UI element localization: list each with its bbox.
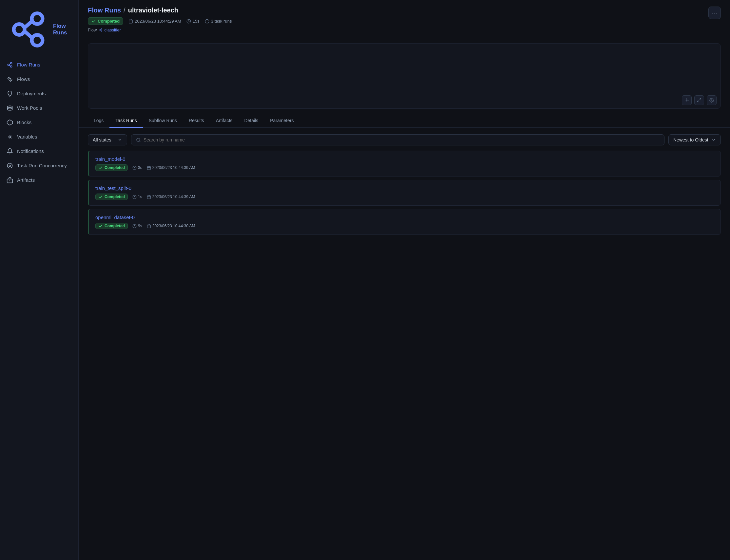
task-run-duration-0: 3s [132,165,142,170]
task-runs-meta: 3 task runs [205,19,232,24]
duration-meta: 15s [186,19,199,24]
svg-text:(x): (x) [9,135,12,139]
sidebar-item-work-pools[interactable]: Work Pools [0,101,78,115]
tab-artifacts[interactable]: Artifacts [210,114,238,128]
sidebar-item-variables[interactable]: (x) Variables [0,130,78,144]
task-run-concurrency-icon [7,162,13,169]
sidebar-logo-text: Flow Runs [53,23,72,36]
search-icon [136,138,141,142]
main-content: Flow Runs / ultraviolet-leech Completed [79,0,730,560]
svg-rect-48 [147,196,150,199]
check-icon [98,224,103,228]
sidebar-item-blocks[interactable]: Blocks [0,115,78,130]
svg-point-0 [14,24,25,35]
svg-point-15 [8,163,12,168]
clock-icon [132,166,137,170]
header-meta: Completed 2023/06/23 10:44:29 AM [88,17,232,25]
svg-line-30 [100,29,101,30]
state-filter-select[interactable]: All states [88,134,127,145]
sidebar-item-flow-runs[interactable]: Flow Runs [0,58,78,72]
svg-point-40 [137,138,140,141]
task-run-datetime-0: 2023/06/23 10:44:39 AM [147,165,195,170]
tab-details[interactable]: Details [238,114,264,128]
page-header: Flow Runs / ultraviolet-leech Completed [79,0,730,38]
task-run-card-1: train_test_split-0 Completed 1s [88,180,721,206]
task-run-duration-1: 1s [132,195,142,199]
tab-logs[interactable]: Logs [88,114,109,128]
clock-icon [132,195,137,199]
sidebar-item-label: Notifications [17,148,44,154]
task-run-duration-2: 9s [132,224,142,228]
svg-rect-19 [129,20,133,23]
flows-icon [7,76,13,83]
sidebar-item-flows[interactable]: Flows [0,72,78,86]
task-runs-count: 3 task runs [211,19,232,24]
task-run-card-2: openml_dataset-0 Completed 9s [88,209,721,235]
sidebar-item-deployments[interactable]: Deployments [0,86,78,101]
svg-line-8 [9,64,10,65]
sidebar-item-label: Flows [17,76,30,82]
sidebar-item-label: Variables [17,134,37,140]
sidebar-item-task-run-concurrency[interactable]: Task Run Concurrency [0,159,78,173]
svg-point-5 [8,64,9,65]
diagram-expand-button[interactable] [694,95,704,105]
task-run-status-1: Completed [95,194,128,200]
breadcrumb-separator: / [123,7,125,14]
svg-line-38 [698,101,699,102]
task-run-name-2[interactable]: openml_dataset-0 [95,215,714,220]
breadcrumb: Flow Runs / ultraviolet-leech [88,7,232,14]
svg-point-27 [100,29,100,30]
breadcrumb-flow-runs-link[interactable]: Flow Runs [88,7,121,14]
flow-link-row: Flow classifier [88,28,232,32]
svg-line-37 [700,99,701,100]
svg-point-32 [686,100,687,101]
work-pools-icon [7,105,13,111]
svg-point-6 [10,62,12,64]
filters-row: All states Newest to Oldest [88,134,721,145]
tab-task-runs[interactable]: Task Runs [109,114,142,128]
header-left: Flow Runs / ultraviolet-leech Completed [88,7,232,32]
task-run-datetime-2: 2023/06/23 10:44:30 AM [147,224,195,228]
chevron-down-icon [118,138,122,142]
flow-link-text: classifier [104,28,121,32]
state-filter-label: All states [93,137,111,142]
expand-icon [697,98,702,103]
svg-line-31 [100,30,101,31]
sidebar-item-notifications[interactable]: Notifications [0,144,78,159]
sidebar-logo[interactable]: Flow Runs [0,5,78,58]
sort-label: Newest to Oldest [673,137,708,142]
tab-subflow-runs[interactable]: Subflow Runs [143,114,183,128]
more-options-button[interactable]: ⋯ [708,7,721,19]
duration-value: 15s [193,19,199,24]
flow-name-link[interactable]: classifier [99,28,121,32]
search-input[interactable] [143,137,660,142]
calendar-icon [147,224,151,228]
task-runs-icon [205,19,209,24]
content-area: All states Newest to Oldest [79,128,730,560]
flow-runs-icon [7,62,13,68]
flow-runs-logo-icon [7,8,50,51]
flow-link-icon [99,28,103,32]
svg-point-2 [32,35,43,46]
task-run-name-1[interactable]: train_test_split-0 [95,185,714,191]
svg-point-1 [32,13,43,24]
tab-results[interactable]: Results [183,114,210,128]
sidebar-item-artifacts[interactable]: Artifacts [0,173,78,187]
diagram-locate-button[interactable] [682,95,692,105]
datetime-value: 2023/06/23 10:44:29 AM [135,19,181,24]
clock-icon [132,224,137,228]
check-icon [98,165,103,170]
variables-icon: (x) [7,134,13,140]
svg-point-28 [102,28,102,29]
clock-icon [186,19,191,24]
breadcrumb-run-name: ultraviolet-leech [128,7,178,14]
sort-select[interactable]: Newest to Oldest [668,134,721,145]
deployments-icon [7,90,13,97]
task-run-card-0: train_model-0 Completed 3s [88,151,721,177]
sidebar: Flow Runs Flow Runs Flows Deployments [0,0,79,560]
chevron-down-icon [711,138,716,142]
svg-rect-53 [147,225,150,228]
task-run-name-0[interactable]: train_model-0 [95,156,714,162]
diagram-settings-button[interactable] [707,95,717,105]
tab-parameters[interactable]: Parameters [264,114,299,128]
